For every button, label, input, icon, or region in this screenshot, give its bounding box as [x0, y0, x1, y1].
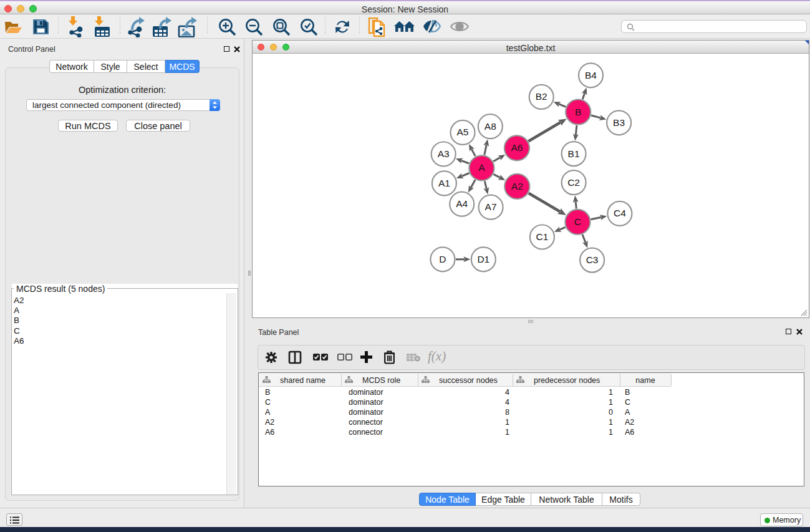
svg-text:A2: A2: [511, 181, 523, 191]
svg-text:C1: C1: [536, 231, 548, 242]
svg-text:B: B: [575, 107, 581, 117]
svg-text:A5: A5: [457, 127, 469, 137]
svg-text:A7: A7: [485, 201, 497, 212]
svg-text:B3: B3: [613, 117, 625, 128]
svg-text:D: D: [439, 254, 446, 264]
svg-text:C: C: [574, 216, 581, 227]
svg-text:A1: A1: [438, 178, 450, 188]
svg-text:A8: A8: [485, 121, 496, 132]
svg-text:B1: B1: [568, 148, 580, 159]
svg-text:D1: D1: [477, 254, 489, 264]
svg-text:C2: C2: [567, 177, 580, 188]
svg-text:C4: C4: [614, 208, 626, 218]
svg-text:B2: B2: [536, 91, 547, 102]
svg-text:A4: A4: [456, 198, 468, 209]
svg-text:A6: A6: [511, 142, 523, 153]
svg-text:A: A: [478, 162, 485, 173]
svg-text:A3: A3: [438, 148, 450, 159]
svg-text:B4: B4: [585, 70, 597, 80]
svg-text:C3: C3: [586, 254, 599, 265]
